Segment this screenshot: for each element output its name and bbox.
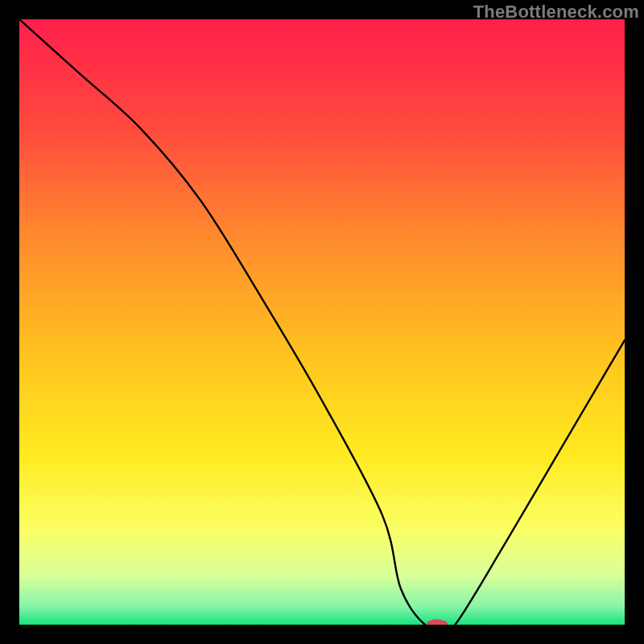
- plot-area: [19, 19, 625, 625]
- gradient-background: [19, 19, 625, 625]
- chart-frame: TheBottleneck.com: [0, 0, 644, 644]
- plot-svg: [19, 19, 625, 625]
